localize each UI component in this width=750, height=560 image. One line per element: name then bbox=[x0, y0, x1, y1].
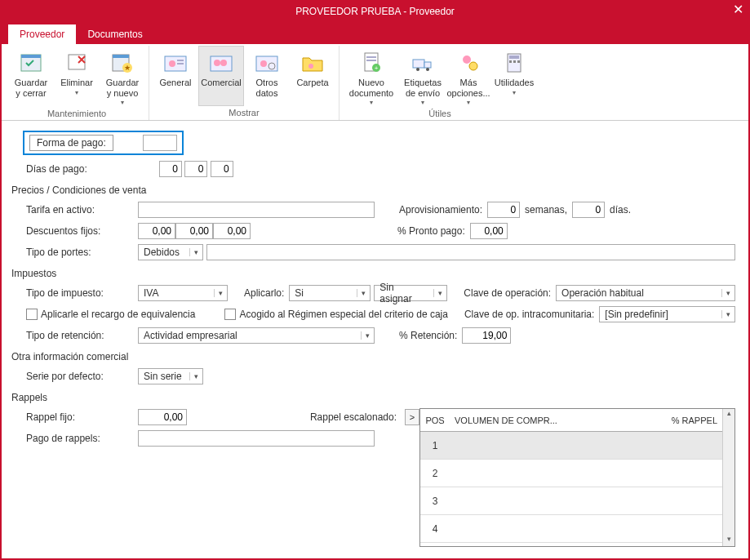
portes-select[interactable]: Debidos ▾ bbox=[138, 244, 203, 260]
table-row[interactable]: 1 bbox=[420, 432, 722, 460]
rappel-escalonado-button[interactable]: > bbox=[405, 409, 419, 425]
btn-guardar-cerrar[interactable]: Guardar y cerrar bbox=[8, 46, 54, 107]
ribbon-group-utiles: + Nuevo documento ▾ Etiquetas de envío ▾… bbox=[339, 46, 540, 120]
recargo-checkbox[interactable] bbox=[26, 309, 38, 320]
scroll-down-icon[interactable]: ▾ bbox=[723, 535, 734, 546]
chevron-down-icon: ▾ bbox=[513, 89, 516, 96]
tab-documentos[interactable]: Documentos bbox=[76, 24, 153, 44]
chevron-down-icon: ▾ bbox=[421, 99, 424, 106]
serie-label: Serie por defecto: bbox=[11, 371, 138, 382]
chevron-down-icon: ▾ bbox=[361, 331, 374, 340]
pago-rappels-input[interactable] bbox=[138, 430, 375, 447]
clave-intra-label: Clave de op. intracomunitaria: bbox=[464, 309, 594, 320]
btn-general[interactable]: General bbox=[153, 46, 198, 106]
form-body: Forma de pago: Días de pago: Precios / C… bbox=[0, 121, 750, 560]
col-pos: POS bbox=[420, 416, 450, 425]
chevron-down-icon: ▾ bbox=[721, 310, 734, 318]
portes-label: Tipo de portes: bbox=[11, 247, 138, 258]
asignar-select[interactable]: Sin asignar ▾ bbox=[374, 285, 447, 301]
retencion-select[interactable]: Actividad empresarial ▾ bbox=[138, 327, 375, 344]
svg-rect-32 bbox=[513, 60, 516, 63]
tarifa-input[interactable] bbox=[138, 202, 375, 218]
dias-pago-1[interactable] bbox=[159, 161, 182, 177]
svg-rect-19 bbox=[366, 56, 376, 58]
tab-proveedor[interactable]: Proveedor bbox=[8, 24, 76, 44]
svg-rect-30 bbox=[509, 56, 519, 59]
tipo-imp-label: Tipo de impuesto: bbox=[11, 287, 138, 299]
more-icon bbox=[455, 50, 482, 76]
section-rappels: Rappels bbox=[11, 392, 735, 403]
btn-etiquetas-envio[interactable]: Etiquetas de envío ▾ bbox=[400, 46, 446, 107]
btn-utilidades[interactable]: Utilidades ▾ bbox=[491, 46, 537, 107]
section-precios: Precios / Condiciones de venta bbox=[11, 184, 735, 196]
serie-select[interactable]: Sin serie ▾ bbox=[138, 368, 203, 384]
svg-rect-1 bbox=[21, 55, 41, 58]
forma-pago-input[interactable] bbox=[143, 135, 177, 151]
col-volumen: VOLUMEN DE COMPR... bbox=[450, 416, 641, 425]
tarifa-label: Tarifa en activo: bbox=[11, 204, 138, 216]
pct-retencion-label: % Retención: bbox=[399, 330, 457, 341]
aplicarlo-label: Aplicarlo: bbox=[244, 287, 284, 299]
table-row[interactable]: 4 bbox=[420, 515, 722, 543]
chevron-down-icon: ▾ bbox=[357, 289, 370, 297]
scrollbar[interactable]: ▴ ▾ bbox=[722, 409, 734, 546]
dias-pago-3[interactable] bbox=[211, 161, 233, 177]
btn-eliminar[interactable]: Eliminar ▾ bbox=[54, 46, 100, 107]
btn-mas-opciones[interactable]: Más opciones... ▾ bbox=[446, 46, 491, 107]
section-impuestos: Impuestos bbox=[11, 268, 735, 279]
btn-nuevo-documento[interactable]: + Nuevo documento ▾ bbox=[343, 46, 400, 107]
forma-pago-label: Forma de pago: bbox=[29, 135, 113, 151]
pago-rappels-label: Pago de rappels: bbox=[11, 433, 138, 444]
svg-rect-2 bbox=[69, 55, 85, 69]
delete-icon bbox=[64, 50, 90, 76]
table-row[interactable]: 2 bbox=[420, 460, 722, 487]
aprov-semanas-input[interactable] bbox=[487, 202, 520, 218]
rappel-fijo-label: Rappel fijo: bbox=[11, 411, 138, 423]
window-border bbox=[0, 0, 2, 560]
dias-pago-label: Días de pago: bbox=[11, 163, 138, 175]
close-icon[interactable]: ✕ bbox=[733, 2, 743, 17]
aprov-label: Aprovisionamiento: bbox=[399, 204, 482, 216]
aprov-dias-input[interactable] bbox=[572, 202, 605, 218]
rappel-fijo-input[interactable] bbox=[138, 409, 187, 425]
aplicarlo-select[interactable]: Si ▾ bbox=[289, 285, 371, 301]
clave-op-select[interactable]: Operación habitual ▾ bbox=[556, 285, 735, 301]
table-row[interactable]: 3 bbox=[420, 487, 722, 515]
btn-otros-datos[interactable]: Otros datos bbox=[244, 46, 290, 106]
svg-text:+: + bbox=[375, 64, 379, 72]
section-otra-info: Otra información comercial bbox=[11, 351, 735, 362]
scroll-up-icon[interactable]: ▴ bbox=[723, 409, 734, 420]
svg-rect-24 bbox=[424, 62, 431, 68]
acogido-checkbox[interactable] bbox=[224, 309, 236, 320]
pct-retencion-input[interactable] bbox=[462, 327, 511, 344]
svg-rect-23 bbox=[413, 60, 424, 68]
save-close-icon bbox=[18, 50, 44, 76]
desc-3[interactable] bbox=[213, 223, 251, 239]
pronto-input[interactable] bbox=[470, 223, 508, 239]
btn-comercial[interactable]: Comercial bbox=[198, 46, 244, 106]
truck-icon bbox=[410, 50, 436, 76]
desc-label: Descuentos fijos: bbox=[11, 225, 138, 237]
tipo-imp-select[interactable]: IVA ▾ bbox=[138, 285, 228, 301]
chevron-down-icon: ▾ bbox=[75, 89, 78, 96]
svg-point-17 bbox=[308, 64, 313, 69]
desc-2[interactable] bbox=[175, 223, 213, 239]
recargo-label: Aplicarle el recargo de equivalencia bbox=[41, 309, 195, 320]
ribbon-label-utiles: Útiles bbox=[428, 107, 451, 121]
chevron-down-icon: ▾ bbox=[370, 99, 373, 106]
svg-rect-4 bbox=[113, 55, 129, 58]
rappel-table: POS VOLUMEN DE COMPR... % RAPPEL 1 2 3 bbox=[419, 408, 735, 547]
dias-pago-2[interactable] bbox=[184, 161, 207, 177]
window-title: PROVEEDOR PRUEBA - Proveedor bbox=[295, 6, 455, 17]
clave-intra-select[interactable]: [Sin predefinir] ▾ bbox=[599, 306, 735, 322]
rappel-escalonado-label: Rappel escalonado: bbox=[310, 411, 397, 423]
aprov-dias-unit: días. bbox=[610, 204, 631, 216]
portes-extra-input[interactable] bbox=[206, 244, 735, 260]
chevron-down-icon: ▾ bbox=[189, 372, 202, 380]
btn-carpeta[interactable]: Carpeta bbox=[290, 46, 335, 106]
pronto-label: % Pronto pago: bbox=[397, 225, 465, 237]
titlebar: PROVEEDOR PRUEBA - Proveedor ✕ bbox=[0, 0, 750, 23]
btn-guardar-nuevo[interactable]: ★ Guardar y nuevo ▾ bbox=[100, 46, 145, 107]
acogido-label: Acogido al Régimen especial del criterio… bbox=[239, 309, 447, 320]
desc-1[interactable] bbox=[138, 223, 175, 239]
